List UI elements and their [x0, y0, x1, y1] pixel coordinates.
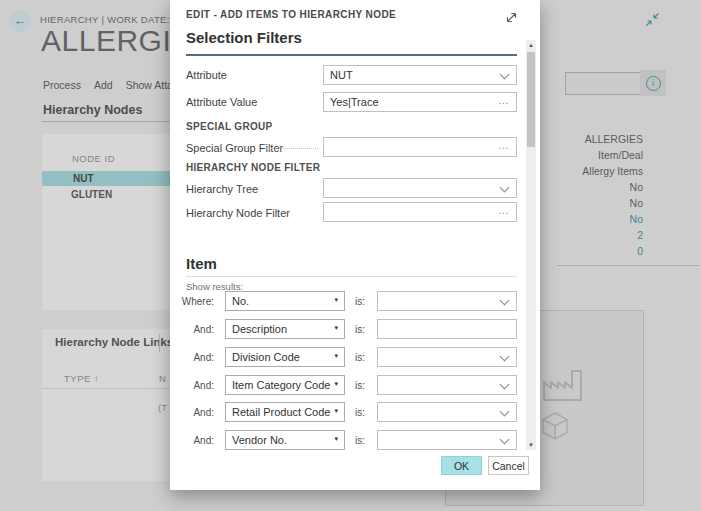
- hierarchy-nodes-card: NODE ID NUT GLUTEN: [42, 134, 171, 310]
- field-select-vendor-no[interactable]: Vendor No. ▾: [225, 430, 345, 450]
- section-divider: [42, 121, 171, 122]
- dialog-scrollbar[interactable]: ▲ ▼: [526, 40, 536, 450]
- select-caret-icon: ▾: [334, 407, 338, 415]
- collapse-factbox-button[interactable]: [645, 12, 660, 27]
- special-group-heading: SPECIAL GROUP: [186, 121, 273, 132]
- empty-list-message: (T: [158, 402, 167, 413]
- select-caret-icon: ▾: [334, 380, 338, 388]
- factory-icon: [541, 367, 585, 403]
- filter-value-item-category-code[interactable]: [377, 375, 517, 395]
- attribute-dropdown[interactable]: NUT: [323, 65, 517, 85]
- attribute-value-label: Attribute Value: [186, 96, 257, 108]
- links-card-heading: Hierarchy Node Links: [55, 336, 171, 348]
- heading-underline: [186, 54, 517, 56]
- info-button[interactable]: i: [640, 70, 666, 96]
- is-label: is:: [355, 296, 365, 307]
- select-caret-icon: ▾: [334, 324, 338, 332]
- select-caret-icon: ▾: [334, 352, 338, 360]
- select-caret-icon: ▾: [334, 296, 338, 304]
- assist-edit-icon[interactable]: …: [498, 204, 510, 216]
- menu-item-process[interactable]: Process: [43, 79, 81, 91]
- node-id-column-header[interactable]: NODE ID: [72, 153, 115, 164]
- type-column-header[interactable]: TYPE ↑: [64, 373, 99, 384]
- dialog-title: EDIT - ADD ITEMS TO HIERARCHY NODE: [186, 9, 396, 20]
- filter-prefix: And:: [180, 435, 214, 446]
- cube-icon: [541, 411, 569, 441]
- scrollbar-thumb[interactable]: [527, 52, 535, 147]
- chevron-down-icon: [500, 70, 510, 80]
- item-heading-underline: [186, 276, 517, 277]
- sort-ascending-icon: ↑: [94, 373, 99, 384]
- table-header-divider: [42, 388, 171, 389]
- scroll-up-icon[interactable]: ▲: [526, 40, 536, 50]
- selection-filters-heading: Selection Filters: [186, 29, 302, 46]
- back-button[interactable]: ←: [9, 10, 31, 32]
- select-caret-icon: ▾: [334, 435, 338, 443]
- chevron-down-icon: [500, 435, 510, 445]
- chevron-down-icon: [500, 183, 510, 193]
- nodes-section-heading: Hierarchy Nodes: [43, 103, 142, 117]
- chevron-down-icon: [500, 296, 510, 306]
- expand-diagonal-icon: [503, 9, 520, 26]
- special-group-filter-field[interactable]: …: [323, 137, 517, 157]
- is-label: is:: [355, 324, 365, 335]
- field-select-retail-product-code[interactable]: Retail Product Code ▾: [225, 402, 345, 422]
- tab-separator: [159, 334, 160, 352]
- hierarchy-tree-dropdown[interactable]: [323, 178, 517, 198]
- field-select-description[interactable]: Description ▾: [225, 319, 345, 339]
- hierarchy-tree-label: Hierarchy Tree: [186, 183, 258, 195]
- filter-prefix: And:: [180, 324, 214, 335]
- hierarchy-node-filter-label: Hierarchy Node Filter: [186, 207, 290, 219]
- second-column-header[interactable]: N: [159, 373, 166, 384]
- field-select-division-code[interactable]: Division Code ▾: [225, 347, 345, 367]
- is-label: is:: [355, 380, 365, 391]
- chevron-down-icon: [500, 407, 510, 417]
- chevron-down-icon: [500, 352, 510, 362]
- field-select-no[interactable]: No. ▾: [225, 291, 345, 311]
- filter-prefix: And:: [180, 407, 214, 418]
- field-select-item-category-code[interactable]: Item Category Code ▾: [225, 375, 345, 395]
- node-row-nut[interactable]: NUT: [42, 171, 171, 186]
- attribute-value-field[interactable]: Yes|Trace …: [323, 92, 517, 112]
- filter-value-vendor-no[interactable]: [377, 430, 517, 450]
- assist-edit-icon[interactable]: …: [498, 139, 510, 151]
- info-icon: i: [646, 76, 661, 91]
- filter-value-no[interactable]: [377, 291, 517, 311]
- action-menu: Process Add Show Attach: [43, 79, 184, 91]
- node-row-gluten[interactable]: GLUTEN: [42, 187, 171, 202]
- filter-prefix: And:: [180, 352, 214, 363]
- cancel-button[interactable]: Cancel: [488, 456, 529, 475]
- is-label: is:: [355, 352, 365, 363]
- hierarchy-node-filter-field[interactable]: …: [323, 202, 517, 222]
- filter-value-retail-product-code[interactable]: [377, 402, 517, 422]
- hierarchy-node-links-card: Hierarchy Node Links TYPE ↑ N (T: [42, 329, 171, 481]
- factbox-divider: [557, 265, 699, 266]
- item-section-heading: Item: [186, 255, 217, 272]
- filter-input[interactable]: [565, 72, 641, 95]
- filter-value-division-code[interactable]: [377, 347, 517, 367]
- hierarchy-node-filter-heading: HIERARCHY NODE FILTER: [186, 162, 320, 173]
- assist-edit-icon[interactable]: …: [498, 94, 510, 106]
- filter-prefix: And:: [180, 380, 214, 391]
- app-window: ← HIERARCHY | WORK DATE: 5/21/2 ALLERGIE…: [0, 0, 701, 511]
- menu-item-add[interactable]: Add: [94, 79, 113, 91]
- attribute-label: Attribute: [186, 69, 227, 81]
- chevron-down-icon: [500, 380, 510, 390]
- expand-dialog-button[interactable]: [503, 9, 520, 26]
- back-arrow-icon: ←: [14, 13, 27, 28]
- scroll-down-icon[interactable]: ▼: [526, 440, 536, 450]
- is-label: is:: [355, 435, 365, 446]
- filter-value-description[interactable]: [377, 319, 517, 339]
- is-label: is:: [355, 407, 365, 418]
- collapse-arrows-icon: [645, 12, 660, 27]
- ok-button[interactable]: OK: [441, 456, 482, 475]
- filter-prefix: Where:: [180, 296, 214, 307]
- add-items-dialog: EDIT - ADD ITEMS TO HIERARCHY NODE Selec…: [170, 0, 540, 490]
- dotted-leader: [266, 148, 318, 149]
